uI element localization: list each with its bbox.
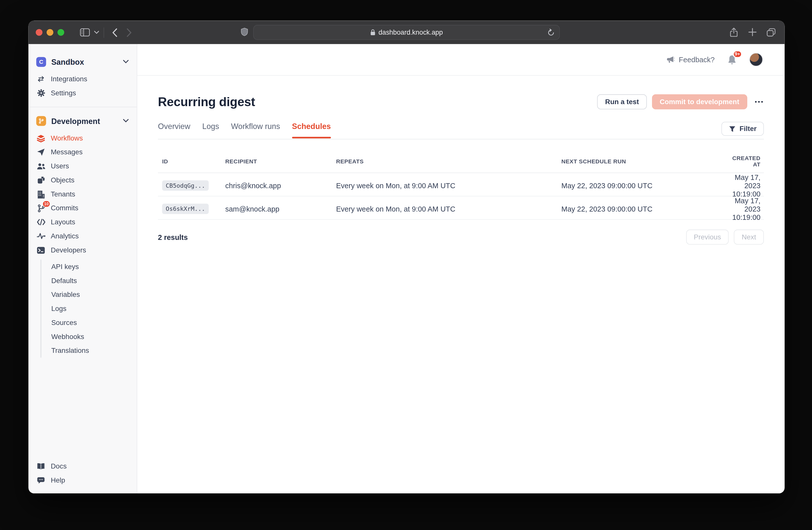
tabs-row: Overview Logs Workflow runs Schedules Fi… <box>158 122 764 139</box>
feedback-label: Feedback? <box>679 55 715 64</box>
notification-count-badge: 9+ <box>733 50 742 58</box>
tab-overview-icon[interactable] <box>764 25 779 39</box>
sidebar-item-label: Users <box>50 162 69 170</box>
megaphone-icon <box>666 56 675 64</box>
sidebar-item-help[interactable]: Help <box>29 473 137 487</box>
sidebar-item-label: Tenants <box>50 190 75 198</box>
results-count: 2 results <box>158 233 188 241</box>
page-content: Recurring digest Run a test Commit to de… <box>137 76 784 245</box>
sidebar-item-label: Commits <box>50 204 78 212</box>
app-shell: C Sandbox Integrations <box>29 44 785 493</box>
column-header-repeats: REPEATS <box>332 153 557 169</box>
sidebar-item-docs[interactable]: Docs <box>29 459 137 473</box>
table-row[interactable]: Os6skXrM... sam@knock.app Every week on … <box>158 196 764 220</box>
repeats-cell: Every week on Mon, at 9:00 AM UTC <box>332 205 557 213</box>
sidebar-item-label: Docs <box>50 462 67 470</box>
tab-logs[interactable]: Logs <box>202 122 219 137</box>
sidebar-item-label: Analytics <box>50 232 79 240</box>
sidebar-item-settings[interactable]: Settings <box>29 86 137 100</box>
browser-toolbar: dashboard.knock.app <box>29 21 785 44</box>
column-header-next-schedule-run: NEXT SCHEDULE RUN <box>557 153 728 169</box>
sidebar-item-messages[interactable]: Messages <box>29 145 137 159</box>
notifications-button[interactable]: 9+ <box>727 54 737 65</box>
environment-switcher-sandbox[interactable]: C Sandbox <box>29 55 137 68</box>
sidebar-item-label: Layouts <box>50 218 75 226</box>
feedback-button[interactable]: Feedback? <box>666 55 715 64</box>
sidebar-item-developers[interactable]: Developers <box>29 243 137 257</box>
forward-icon[interactable] <box>121 25 136 40</box>
sidebar-item-label: Objects <box>50 176 74 184</box>
chat-bubble-icon <box>37 476 46 484</box>
sidebar-subitem-sources[interactable]: Sources <box>41 316 137 330</box>
next-run-cell: May 22, 2023 09:00:00 UTC <box>557 205 728 213</box>
sidebar-item-commits[interactable]: 10 Commits <box>29 201 137 215</box>
building-icon <box>37 190 46 198</box>
pagination: Previous Next <box>686 229 764 245</box>
tabs: Overview Logs Workflow runs Schedules <box>158 122 331 137</box>
table-row[interactable]: CB5odqGg... chris@knock.app Every week o… <box>158 173 764 196</box>
new-tab-icon[interactable] <box>745 25 760 39</box>
environment-label: Sandbox <box>51 57 84 66</box>
more-options-icon[interactable] <box>754 98 764 106</box>
schedule-id-chip[interactable]: Os6skXrM... <box>162 204 209 214</box>
sidebar-item-layouts[interactable]: Layouts <box>29 215 137 229</box>
sidebar-item-analytics[interactable]: Analytics <box>29 229 137 243</box>
sidebar-subitem-variables[interactable]: Variables <box>41 288 137 302</box>
git-commit-icon: 10 <box>37 204 46 212</box>
commit-to-development-button[interactable]: Commit to development <box>652 94 747 109</box>
share-icon[interactable] <box>726 25 741 39</box>
workflows-icon <box>37 134 46 142</box>
zoom-window-button[interactable] <box>57 29 64 36</box>
filter-label: Filter <box>740 125 757 133</box>
title-row: Recurring digest Run a test Commit to de… <box>158 94 764 109</box>
url-text: dashboard.knock.app <box>378 29 443 37</box>
sidebar-subitem-defaults[interactable]: Defaults <box>41 274 137 288</box>
created-at-cell: May 17, 2023 10:19:00 <box>728 196 765 221</box>
sidebar-subitem-webhooks[interactable]: Webhooks <box>41 330 137 344</box>
environment-label: Development <box>51 116 100 125</box>
sidebar-item-objects[interactable]: Objects <box>29 173 137 187</box>
toolbar-right-actions <box>726 25 779 39</box>
page-title: Recurring digest <box>158 95 255 109</box>
sidebar-item-tenants[interactable]: Tenants <box>29 187 137 201</box>
sidebar-item-users[interactable]: Users <box>29 159 137 173</box>
minimize-window-button[interactable] <box>47 29 54 36</box>
sidebar-bottom: Docs Help <box>29 459 137 493</box>
sidebar-divider <box>29 107 137 107</box>
tab-overview[interactable]: Overview <box>158 122 190 137</box>
privacy-shield-icon[interactable] <box>241 27 248 36</box>
back-icon[interactable] <box>107 25 121 40</box>
column-header-id: ID <box>158 153 221 169</box>
close-window-button[interactable] <box>35 29 42 36</box>
environment-section-development[interactable]: Development <box>29 114 137 127</box>
lock-icon <box>370 29 375 36</box>
sidebar-subitem-api-keys[interactable]: API keys <box>41 260 137 274</box>
sidebar-subitem-translations[interactable]: Translations <box>41 344 137 358</box>
reload-icon[interactable] <box>548 29 555 37</box>
tab-schedules[interactable]: Schedules <box>292 122 331 137</box>
sidebar-item-workflows[interactable]: Workflows <box>29 131 137 145</box>
run-a-test-button[interactable]: Run a test <box>597 94 647 109</box>
development-badge <box>37 116 46 126</box>
sidebar-item-integrations[interactable]: Integrations <box>29 72 137 86</box>
chevron-down-icon <box>122 59 129 64</box>
gear-icon <box>37 89 46 97</box>
sidebar-toggle-icon[interactable] <box>78 25 92 40</box>
url-field[interactable]: dashboard.knock.app <box>253 25 560 40</box>
sidebar-subitem-logs[interactable]: Logs <box>41 302 137 316</box>
sidebar-chevron-down-icon[interactable] <box>92 25 101 40</box>
avatar[interactable] <box>749 53 763 67</box>
book-icon <box>37 462 46 470</box>
terminal-icon <box>37 247 46 254</box>
commits-count-badge: 10 <box>43 200 50 207</box>
filter-button[interactable]: Filter <box>722 122 764 136</box>
tab-workflow-runs[interactable]: Workflow runs <box>231 122 280 137</box>
users-icon <box>37 162 46 170</box>
next-page-button[interactable]: Next <box>734 229 764 245</box>
previous-page-button[interactable]: Previous <box>686 229 729 245</box>
objects-icon <box>37 176 46 184</box>
sidebar-item-label: Workflows <box>50 134 83 142</box>
sandbox-badge: C <box>37 57 46 67</box>
schedule-id-chip[interactable]: CB5odqGg... <box>162 180 209 191</box>
sidebar-item-label: Help <box>50 476 65 484</box>
